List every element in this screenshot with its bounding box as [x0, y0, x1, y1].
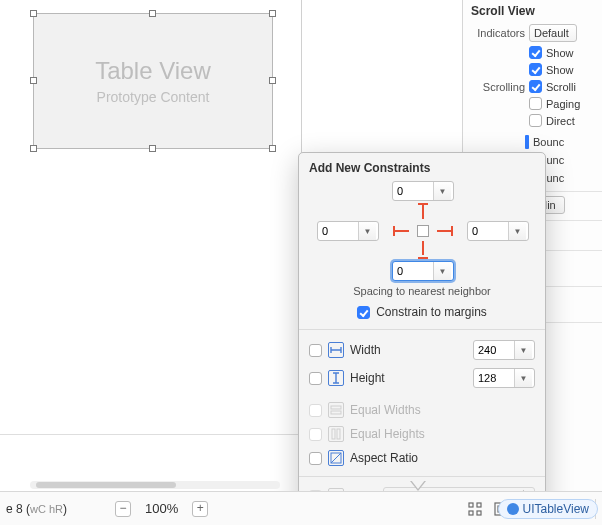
object-icon: [507, 503, 519, 515]
aspect-ratio-icon: [328, 450, 344, 466]
resize-handle[interactable]: [30, 77, 37, 84]
height-label: Height: [350, 371, 467, 385]
center-square: [417, 225, 429, 237]
strut-right[interactable]: [437, 230, 451, 232]
constrain-margins-checkbox[interactable]: [357, 306, 370, 319]
show-h-checkbox[interactable]: [529, 46, 542, 59]
svg-rect-3: [337, 429, 340, 439]
equal-widths-label: Equal Widths: [350, 403, 421, 417]
left-spacing-field[interactable]: ▼: [317, 221, 379, 241]
scrolling-enabled-checkbox[interactable]: [529, 80, 542, 93]
paging-label: Paging: [546, 98, 580, 110]
dropdown-arrow-icon[interactable]: ▼: [433, 262, 451, 280]
scrolling-enabled-label: Scrolli: [546, 81, 576, 93]
svg-rect-2: [332, 429, 335, 439]
svg-rect-7: [469, 511, 473, 515]
grid-icon[interactable]: [465, 500, 485, 518]
aspect-ratio-label: Aspect Ratio: [350, 451, 418, 465]
width-input[interactable]: [474, 344, 514, 356]
selection-chip[interactable]: UITableView: [498, 499, 598, 519]
top-spacing-input[interactable]: [393, 185, 433, 197]
top-spacing-field[interactable]: ▼: [392, 181, 454, 201]
right-spacing-input[interactable]: [468, 225, 508, 237]
svg-rect-5: [469, 503, 473, 507]
resize-handle[interactable]: [30, 145, 37, 152]
dropdown-arrow-icon[interactable]: ▼: [508, 222, 526, 240]
strut-top[interactable]: [422, 205, 424, 219]
inspector-section-title: Scroll View: [471, 4, 602, 18]
height-icon: [328, 370, 344, 386]
spacing-grid: ▼ ▼ ▼ ▼ Spacing to nearest neighbor: [309, 181, 535, 301]
aspect-ratio-checkbox[interactable]: [309, 452, 322, 465]
tableview-subtitle: Prototype Content: [97, 89, 210, 105]
resize-handle[interactable]: [149, 10, 156, 17]
bounce-label: Bounc: [533, 136, 564, 148]
constrain-margins-label: Constrain to margins: [376, 305, 487, 319]
direction-lock-checkbox[interactable]: [529, 114, 542, 127]
dropdown-arrow-icon[interactable]: ▼: [514, 369, 532, 387]
size-class-indicator[interactable]: e 8 (wC hR): [6, 502, 67, 516]
popover-pointer: [410, 481, 426, 491]
svg-rect-1: [331, 411, 341, 414]
tableview-title: Table View: [95, 57, 211, 85]
blue-indicator: [525, 135, 529, 149]
resize-handle[interactable]: [269, 77, 276, 84]
svg-rect-6: [477, 503, 481, 507]
right-spacing-field[interactable]: ▼: [467, 221, 529, 241]
chip-label: UITableView: [523, 502, 589, 516]
zoom-level[interactable]: 100%: [145, 501, 178, 516]
left-spacing-input[interactable]: [318, 225, 358, 237]
bottom-spacing-input[interactable]: [393, 265, 433, 277]
strut-bottom[interactable]: [422, 241, 424, 255]
strut-cap: [451, 226, 453, 236]
equal-heights-icon: [328, 426, 344, 442]
scrolling-label: Scrolling: [471, 81, 525, 93]
resize-handle[interactable]: [269, 10, 276, 17]
zoom-out-button[interactable]: −: [115, 501, 131, 517]
scrollbar-thumb[interactable]: [36, 482, 176, 488]
direction-lock-label: Direct: [546, 115, 575, 127]
strut-cap: [418, 203, 428, 205]
spacing-caption: Spacing to nearest neighbor: [309, 285, 535, 297]
show-h-label: Show: [546, 47, 574, 59]
width-field[interactable]: ▼: [473, 340, 535, 360]
show-v-checkbox[interactable]: [529, 63, 542, 76]
popover-title: Add New Constraints: [309, 161, 535, 175]
zoom-in-button[interactable]: +: [192, 501, 208, 517]
indicators-dropdown[interactable]: Default: [529, 24, 577, 42]
dropdown-arrow-icon[interactable]: ▼: [358, 222, 376, 240]
resize-handle[interactable]: [149, 145, 156, 152]
bottom-spacing-field[interactable]: ▼: [392, 261, 454, 281]
svg-rect-8: [477, 511, 481, 515]
svg-rect-0: [331, 406, 341, 409]
width-icon: [328, 342, 344, 358]
indicators-label: Indicators: [471, 27, 525, 39]
strut-left[interactable]: [395, 230, 409, 232]
equal-heights-label: Equal Heights: [350, 427, 425, 441]
equal-widths-checkbox: [309, 404, 322, 417]
paging-checkbox[interactable]: [529, 97, 542, 110]
dropdown-arrow-icon[interactable]: ▼: [514, 341, 532, 359]
height-field[interactable]: ▼: [473, 368, 535, 388]
equal-heights-checkbox: [309, 428, 322, 441]
resize-handle[interactable]: [269, 145, 276, 152]
tableview-object[interactable]: Table View Prototype Content: [33, 13, 273, 149]
show-v-label: Show: [546, 64, 574, 76]
height-checkbox[interactable]: [309, 372, 322, 385]
strut-cap: [393, 226, 395, 236]
width-checkbox[interactable]: [309, 344, 322, 357]
equal-widths-icon: [328, 402, 344, 418]
width-label: Width: [350, 343, 467, 357]
divider: [0, 434, 300, 435]
add-constraints-popover: Add New Constraints ▼ ▼ ▼ ▼: [298, 152, 546, 525]
dropdown-arrow-icon[interactable]: ▼: [433, 182, 451, 200]
canvas[interactable]: Table View Prototype Content: [0, 0, 300, 434]
height-input[interactable]: [474, 372, 514, 384]
strut-cap: [418, 257, 428, 259]
horizontal-scrollbar[interactable]: [30, 481, 280, 489]
resize-handle[interactable]: [30, 10, 37, 17]
